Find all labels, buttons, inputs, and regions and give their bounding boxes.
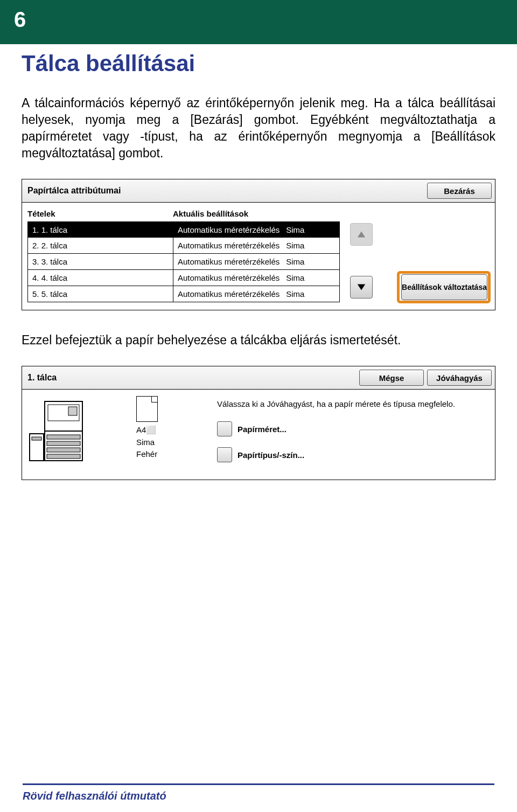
row-num: 2. (32, 241, 39, 250)
chevron-down-icon (357, 282, 366, 292)
row-num: 3. (32, 257, 39, 266)
row-setting: Automatikus méretérzékelés (178, 257, 280, 266)
close-button[interactable]: Bezárás (427, 183, 492, 199)
footer-rule (23, 783, 494, 785)
row-name: 1. tálca (41, 225, 67, 234)
mid-paragraph: Ezzel befejeztük a papír behelyezése a t… (22, 332, 495, 349)
row-name: 2. tálca (41, 241, 67, 250)
row-name: 5. tálca (41, 289, 67, 299)
paper-size-option[interactable]: Papírméret... (217, 421, 488, 436)
page-number: 6 (14, 8, 26, 32)
col-header-settings: Aktuális beállítások (173, 209, 490, 218)
scroll-down-button[interactable] (350, 276, 373, 299)
table-row[interactable]: 3. 3. tálca Automatikus méretérzékelésSi… (27, 254, 340, 270)
svg-marker-1 (358, 284, 365, 290)
row-setting: Automatikus méretérzékelés (178, 289, 280, 299)
option-box-icon (217, 447, 232, 462)
svg-rect-6 (47, 435, 80, 439)
row-num: 1. (32, 225, 39, 234)
paper-color: Fehér (136, 448, 206, 461)
panel2-titlebar: 1. tálca Mégse Jóváhagyás (22, 366, 495, 390)
paper-type-option[interactable]: Papírtípus/-szín... (217, 447, 488, 462)
row-setting: Automatikus méretérzékelés (178, 273, 280, 282)
paper-type: Sima (136, 436, 206, 449)
row-num: 4. (32, 273, 39, 282)
row-type: Sima (286, 241, 304, 250)
table-row[interactable]: 4. 4. tálca Automatikus méretérzékelésSi… (27, 270, 340, 286)
header-bar: 6 (0, 0, 517, 44)
row-type: Sima (286, 257, 304, 266)
row-type: Sima (286, 273, 304, 282)
scroll-up-button[interactable] (350, 223, 373, 246)
panel1-title: Papírtálca attribútumai (27, 186, 424, 196)
table-row[interactable]: 5. 5. tálca Automatikus méretérzékelésSi… (27, 286, 340, 302)
svg-rect-9 (47, 454, 80, 459)
svg-rect-7 (47, 441, 80, 446)
footer-text: Rövid felhasználói útmutató (23, 790, 166, 802)
paper-size: A4 (136, 425, 146, 434)
section-title: Tálca beállításai (22, 51, 495, 77)
paper-type-label: Papírtípus/-szín... (237, 450, 304, 460)
svg-rect-8 (47, 448, 80, 452)
panel2-title: 1. tálca (27, 373, 356, 383)
svg-marker-0 (358, 232, 365, 238)
paper-info: A4⬜ Sima Fehér (136, 396, 206, 461)
row-type: Sima (286, 289, 304, 299)
col-header-items: Tételek (27, 209, 173, 218)
approve-hint: Válassza ki a Jóváhagyást, ha a papír mé… (217, 398, 488, 410)
printer-icon (29, 396, 93, 466)
tray1-panel: 1. tálca Mégse Jóváhagyás (22, 366, 495, 480)
row-type: Sima (286, 225, 304, 234)
tray-attributes-panel: Papírtálca attribútumai Bezárás Tételek … (22, 179, 495, 310)
table-row[interactable]: 1. 1. tálca Automatikus méretérzékelésSi… (27, 221, 340, 238)
table-row[interactable]: 2. 2. tálca Automatikus méretérzékelésSi… (27, 238, 340, 254)
change-settings-button[interactable]: Beállítások változtatása (401, 274, 487, 300)
panel1-titlebar: Papírtálca attribútumai Bezárás (22, 179, 495, 203)
cancel-button[interactable]: Mégse (359, 370, 424, 386)
paper-icon (136, 396, 158, 422)
row-setting: Automatikus méretérzékelés (178, 241, 280, 250)
chevron-up-icon (357, 230, 366, 239)
paper-size-label: Papírméret... (237, 425, 287, 434)
tray-list: 1. 1. tálca Automatikus méretérzékelésSi… (27, 221, 340, 302)
svg-rect-4 (68, 407, 77, 415)
approve-button[interactable]: Jóváhagyás (427, 370, 492, 386)
svg-rect-11 (32, 437, 41, 440)
row-setting: Automatikus méretérzékelés (178, 225, 280, 234)
row-name: 3. tálca (41, 257, 67, 266)
row-name: 4. tálca (41, 273, 67, 282)
row-num: 5. (32, 289, 39, 299)
intro-paragraph: A tálcainformációs képernyő az érintőkép… (22, 95, 495, 162)
option-box-icon (217, 421, 232, 436)
